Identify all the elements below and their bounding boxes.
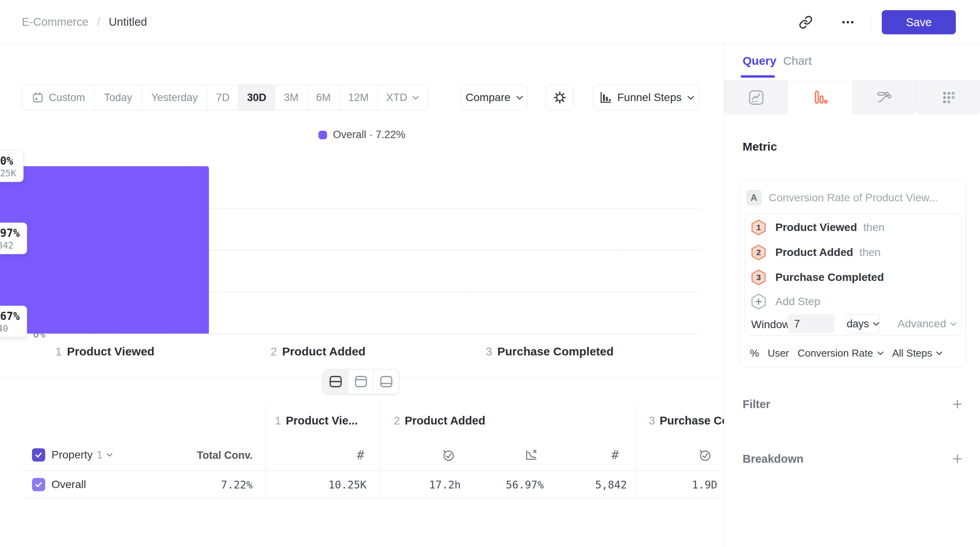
retention-dots-icon — [940, 89, 957, 106]
step-then-label: then — [863, 221, 885, 234]
metric-card: A Conversion Rate of Product View... 1 P… — [739, 180, 966, 367]
topbar-divider — [871, 15, 871, 31]
svg-text:1: 1 — [756, 223, 761, 232]
add-step-hexagon-plus-icon — [751, 293, 766, 310]
ellipsis-icon — [840, 15, 855, 30]
date-range-3m[interactable]: 3M — [275, 85, 308, 110]
select-all-checkbox[interactable] — [32, 448, 45, 462]
measure-config-row: % User Conversion Rate All Steps — [750, 345, 943, 362]
funnel-bar-converted-segment — [0, 238, 209, 334]
app-root: E-Commerce / Untitled Save — [0, 0, 980, 547]
step-event-name: Purchase Completed — [775, 271, 884, 284]
date-range-6m[interactable]: 6M — [308, 85, 340, 110]
avg-time-column-stopwatch-icon[interactable] — [440, 446, 457, 464]
active-tab-indicator — [741, 75, 775, 78]
funnel-step-1[interactable]: 1 Product Viewed then — [751, 219, 884, 236]
metric-heading: Metric — [743, 140, 777, 153]
chevron-down-icon — [106, 453, 113, 457]
table-group-header-step-3: 3Purchase Completed — [649, 414, 724, 427]
bottom-panel-icon — [379, 375, 393, 388]
metric-summary[interactable]: Conversion Rate of Product View... — [769, 190, 938, 206]
save-button[interactable]: Save — [882, 10, 956, 34]
cell-step1-count: 10.25K — [296, 479, 366, 491]
funnel-steps-card: 1 Product Viewed then 2 Product Added th… — [745, 213, 962, 336]
metric-badge: A — [746, 190, 762, 206]
funnel-bars-icon — [812, 89, 829, 106]
count-column-hash-icon[interactable]: # — [352, 446, 369, 464]
compare-button[interactable]: Compare — [461, 85, 527, 110]
step-number-hexagon: 2 — [751, 244, 766, 261]
legend-label: Overall · 7.22% — [333, 129, 405, 141]
query-panel: Query Chart — [724, 44, 980, 547]
window-unit-selector[interactable]: days — [846, 314, 880, 334]
window-value-input[interactable] — [788, 314, 835, 333]
layout-switcher — [323, 369, 399, 394]
total-conversion-header[interactable]: Total Conv. — [168, 449, 253, 462]
percent-icon: % — [750, 347, 759, 359]
advanced-toggle[interactable]: Advanced — [897, 318, 957, 330]
x-axis-step-label: 3Purchase Completed — [486, 345, 614, 358]
window-label: Window — [751, 318, 790, 331]
more-options-button[interactable] — [838, 12, 858, 32]
layout-chart-only-button[interactable] — [348, 369, 374, 394]
svg-text:3: 3 — [756, 273, 761, 282]
conversion-rate-column-icon[interactable] — [522, 446, 540, 464]
chevron-down-icon — [877, 351, 884, 355]
breakdown-label: Breakdown — [743, 453, 803, 465]
cell-step2-count: 5,842 — [564, 479, 627, 491]
flow-icon — [876, 89, 893, 106]
chevron-down-icon — [936, 351, 943, 355]
chart-type-tabs — [724, 80, 980, 115]
row-label: Overall — [51, 478, 86, 491]
column-divider — [265, 404, 265, 499]
tab-query[interactable]: Query — [743, 54, 777, 67]
chart-type-retention-tab[interactable] — [916, 80, 980, 115]
property-selector[interactable]: Property 1 — [51, 449, 113, 461]
tab-chart[interactable]: Chart — [783, 54, 812, 67]
date-range-xtd[interactable]: XTD — [378, 85, 428, 110]
plus-icon — [952, 453, 963, 465]
chevron-down-icon — [516, 96, 523, 100]
layout-table-only-button[interactable] — [374, 369, 399, 394]
share-link-button[interactable] — [796, 12, 815, 32]
table-group-header-step-2: 2Product Added — [394, 414, 485, 427]
column-divider — [635, 404, 636, 499]
check-icon — [34, 480, 43, 489]
measure-scope-selector[interactable]: All Steps — [892, 347, 943, 359]
filter-section: Filter — [743, 396, 963, 413]
funnel-bar-converted-segment — [0, 321, 209, 334]
view-type-selector[interactable]: Funnel Steps — [593, 85, 699, 110]
funnel-step-3[interactable]: 3 Purchase Completed — [751, 269, 890, 286]
step-number-hexagon: 1 — [751, 219, 766, 236]
column-divider — [380, 404, 380, 499]
add-breakdown-button[interactable] — [952, 453, 963, 465]
count-column-hash-icon[interactable]: # — [607, 446, 624, 464]
date-range-12m[interactable]: 12M — [340, 85, 378, 110]
chevron-down-icon — [412, 96, 419, 100]
cell-step2-conv-rate: 56.97% — [481, 479, 544, 491]
chart-type-funnel-tab[interactable] — [788, 80, 852, 115]
avg-time-column-stopwatch-icon[interactable] — [696, 446, 713, 464]
step-event-name: Product Viewed — [775, 221, 857, 234]
measure-type-selector[interactable]: Conversion Rate — [798, 347, 884, 359]
date-range-30d[interactable]: 30D — [239, 85, 276, 110]
check-icon — [34, 451, 43, 459]
row-checkbox[interactable] — [32, 478, 45, 491]
filter-label: Filter — [743, 398, 770, 411]
layout-split-button[interactable] — [323, 369, 348, 394]
date-range-7d[interactable]: 7D — [207, 85, 239, 110]
add-filter-button[interactable] — [952, 398, 963, 410]
measure-entity-selector[interactable]: User — [768, 347, 789, 359]
table-header-divider — [22, 471, 724, 471]
step-event-name: Product Added — [775, 246, 853, 259]
gear-icon — [553, 91, 567, 105]
chart-type-line-tab[interactable] — [724, 80, 788, 115]
add-step-label: Add Step — [775, 295, 820, 308]
add-step-button[interactable]: Add Step — [751, 293, 820, 310]
chart-type-flow-tab[interactable] — [852, 80, 916, 115]
link-icon — [799, 15, 813, 29]
line-chart-icon — [748, 89, 765, 106]
chart-settings-button[interactable] — [546, 85, 574, 110]
funnel-step-2[interactable]: 2 Product Added then — [751, 244, 881, 261]
plus-icon — [952, 398, 963, 410]
